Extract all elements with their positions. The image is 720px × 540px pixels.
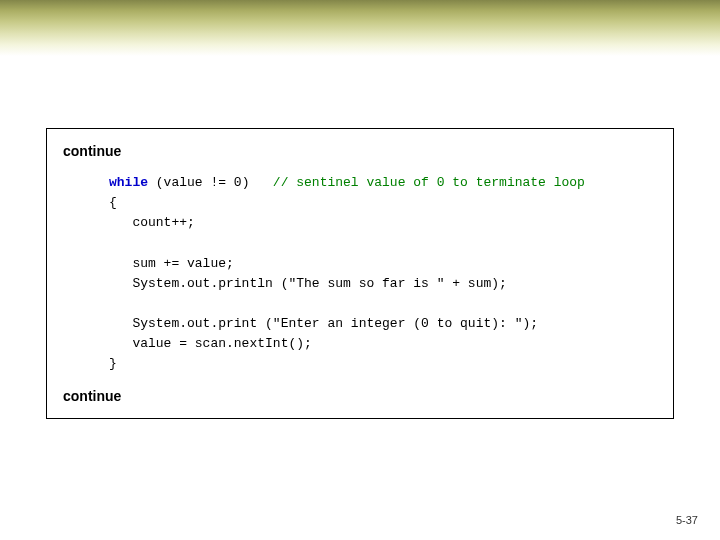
header-gradient-bar <box>0 0 720 56</box>
code-open-brace: { <box>109 195 117 210</box>
continue-label-bottom: continue <box>63 388 657 404</box>
code-listing: while (value != 0) // sentinel value of … <box>63 173 657 374</box>
code-panel: continue while (value != 0) // sentinel … <box>46 128 674 419</box>
continue-label-top: continue <box>63 143 657 159</box>
code-close-brace: } <box>109 356 117 371</box>
code-line-println: System.out.println ("The sum so far is "… <box>109 276 507 291</box>
code-line-print: System.out.print ("Enter an integer (0 t… <box>109 316 538 331</box>
page-number: 5-37 <box>676 514 698 526</box>
code-comment: // sentinel value of 0 to terminate loop <box>273 175 585 190</box>
keyword-while: while <box>109 175 148 190</box>
code-line-sum: sum += value; <box>109 256 234 271</box>
code-condition: (value != 0) <box>148 175 273 190</box>
code-line-count: count++; <box>109 215 195 230</box>
code-line-scan: value = scan.nextInt(); <box>109 336 312 351</box>
